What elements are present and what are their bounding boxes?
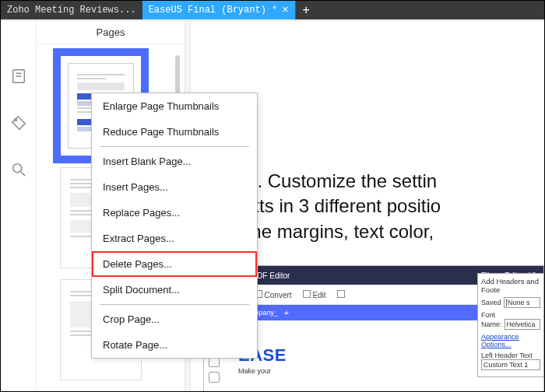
menu-split-document[interactable]: Split Document...: [92, 277, 257, 303]
menu-separator: [100, 304, 249, 305]
menu-extract-pages[interactable]: Extract Pages...: [92, 226, 257, 251]
svg-line-5: [20, 172, 25, 177]
menu-crop-page[interactable]: Crop Page...: [92, 306, 257, 332]
close-icon[interactable]: ×: [282, 4, 288, 16]
tag-icon[interactable]: [10, 114, 27, 135]
saved-select: [None s: [504, 297, 540, 308]
tab-add-icon: +: [284, 309, 289, 317]
font-name-select: Helvetica: [505, 319, 540, 330]
left-header-label: Left Header Text: [481, 352, 540, 359]
menu-replace-pages[interactable]: Replace Pages...: [92, 200, 257, 226]
tab-zoho[interactable]: Zoho Meeting Reviews...: [1, 1, 142, 19]
tab-label: Zoho Meeting Reviews...: [7, 5, 136, 16]
panel-title: Add Headers and Foote: [481, 277, 540, 294]
tab-easeus[interactable]: EaseUS Final (Bryant) * ×: [142, 1, 295, 19]
logo-tagline: Make your: [238, 367, 271, 375]
menu-separator: [100, 146, 249, 147]
menu-insert-blank[interactable]: Insert Blank Page...: [92, 149, 257, 174]
new-tab-button[interactable]: +: [295, 1, 317, 19]
svg-point-4: [12, 164, 21, 173]
tab-label: EaseUS Final (Bryant) *: [149, 5, 278, 16]
left-toolbar: [1, 21, 37, 391]
menu-insert-pages[interactable]: Insert Pages...: [92, 174, 257, 200]
tool-edit: Edit: [303, 290, 326, 299]
left-header-input: Custom Text 1: [481, 359, 540, 370]
header-footer-panel: Add Headers and Foote Saved [None s Font…: [477, 273, 544, 377]
search-icon[interactable]: [10, 161, 27, 181]
tool-more: [337, 290, 345, 299]
side-tool-4-icon: [209, 372, 220, 383]
page-icon[interactable]: [10, 68, 27, 88]
menu-enlarge-thumbnails[interactable]: Enlarge Page Thumbnails: [92, 93, 257, 119]
saved-label: Saved: [481, 299, 501, 306]
tool-convert: Convert: [255, 290, 292, 299]
more-icon: [337, 290, 345, 298]
svg-point-3: [14, 119, 16, 121]
appearance-link: Appearance Options...: [481, 333, 540, 348]
name-label: Name:: [481, 320, 502, 328]
menu-rotate-page[interactable]: Rotate Page...: [92, 332, 257, 358]
menu-reduce-thumbnails[interactable]: Reduce Page Thumbnails: [92, 119, 257, 145]
edit-icon: [303, 290, 311, 298]
menu-delete-pages[interactable]: Delete Pages...: [92, 251, 257, 277]
panel-header: Pages: [37, 21, 185, 44]
font-label: Font: [481, 311, 540, 319]
thumbnail-context-menu: Enlarge Page Thumbnails Reduce Page Thum…: [91, 93, 258, 359]
